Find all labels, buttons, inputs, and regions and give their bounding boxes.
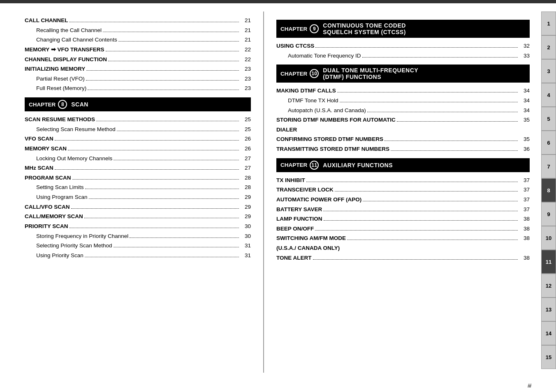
chapter-header: CHAPTER10DUAL TONE MULTI-FREQUENCY (DTMF…: [276, 65, 530, 83]
sidebar-tab[interactable]: 9: [541, 202, 556, 226]
chapter-title: CONTINUOUS TONE CODED SQUELCH SYSTEM (CT…: [323, 22, 406, 35]
toc-row: INITIALIZING MEMORY23: [25, 64, 251, 74]
sidebar-tab[interactable]: 8: [541, 178, 556, 202]
toc-entry-page: 25: [240, 115, 251, 125]
sidebar-tab[interactable]: 4: [541, 83, 556, 107]
dot-leader: [72, 179, 239, 180]
toc-row: TX INHIBIT37: [276, 175, 530, 185]
toc-entry-page: 34: [519, 86, 530, 96]
dot-leader: [70, 22, 239, 22]
sidebar-tab[interactable]: 3: [541, 59, 556, 83]
toc-row: CHANNEL DISPLAY FUNCTION22: [25, 55, 251, 65]
toc-row: CALL CHANNEL21: [25, 16, 251, 25]
sidebar-tab[interactable]: 15: [541, 345, 556, 369]
toc-entry-title: AUTOMATIC POWER OFF (APO): [276, 195, 361, 205]
toc-row: Autopatch (U.S.A. and Canada)34: [276, 106, 530, 115]
sidebar-tab[interactable]: 11: [541, 250, 556, 274]
sidebar-tab[interactable]: 1: [541, 12, 556, 35]
chapter-title: AUXILIARY FUNCTIONS: [323, 162, 393, 168]
toc-entry-title: Automatic Tone Frequency ID: [288, 51, 361, 61]
toc-entry-page: 21: [240, 25, 251, 35]
content-area: CALL CHANNEL21Recalling the Call Channel…: [0, 3, 556, 381]
toc-entry-title: STORING DTMF NUMBERS FOR AUTOMATIC DIALE…: [276, 115, 396, 134]
toc-entry-title: Full Reset (Memory): [36, 83, 86, 93]
toc-entry-title: CALL/VFO SCAN: [25, 202, 70, 212]
toc-entry-title: BATTERY SAVER: [276, 205, 322, 214]
toc-entry-page: 38: [519, 224, 530, 234]
sidebar-tab[interactable]: 14: [541, 321, 556, 345]
chapter-title: DUAL TONE MULTI-FREQUENCY (DTMF) FUNCTIO…: [323, 67, 418, 80]
chapter-label: CHAPTER: [280, 26, 307, 32]
dot-leader: [85, 189, 239, 189]
toc-row: Full Reset (Memory)23: [25, 83, 251, 93]
toc-entry-title: DTMF Tone TX Hold: [288, 96, 338, 106]
dot-leader: [84, 218, 239, 218]
sidebar-tab[interactable]: 7: [541, 154, 556, 178]
dot-leader: [85, 257, 239, 257]
toc-entry-page: 21: [240, 35, 251, 45]
toc-entry-title: TONE ALERT: [276, 253, 312, 263]
toc-row: SCAN RESUME METHODS25: [25, 115, 251, 125]
dot-leader: [114, 160, 239, 160]
dot-leader: [367, 112, 518, 112]
toc-entry-page: 38: [519, 233, 530, 243]
toc-entry-page: 26: [240, 134, 251, 144]
toc-entry-title: TX INHIBIT: [276, 175, 305, 185]
toc-entry-title: PRIORITY SCAN: [25, 221, 68, 231]
dot-leader: [323, 211, 518, 211]
sidebar-tab[interactable]: 10: [541, 226, 556, 250]
dot-leader: [89, 198, 239, 199]
toc-entry-page: 34: [519, 96, 530, 106]
toc-entry-title: Selecting Scan Resume Method: [36, 125, 116, 134]
toc-entry-title: CALL CHANNEL: [25, 16, 68, 25]
toc-row: LAMP FUNCTION38: [276, 214, 530, 224]
chapter-label: CHAPTER: [29, 101, 56, 108]
toc-row: Storing Frequency in Priority Channel30: [25, 231, 251, 241]
dot-leader: [337, 92, 518, 92]
toc-entry-title: Selecting Priority Scan Method: [36, 241, 112, 251]
sidebar-tab[interactable]: 12: [541, 274, 556, 297]
toc-entry-page: 22: [240, 45, 251, 55]
toc-entry-page: 31: [240, 251, 251, 261]
sidebar-tab[interactable]: 6: [541, 131, 556, 154]
sidebar-tab[interactable]: 13: [541, 297, 556, 321]
toc-row: Selecting Priority Scan Method31: [25, 241, 251, 251]
dot-leader: [86, 70, 239, 71]
toc-entry-title: Recalling the Call Channel: [36, 25, 102, 35]
toc-entry-page: 32: [519, 41, 530, 51]
toc-entry-title: CALL/MEMORY SCAN: [25, 212, 83, 221]
toc-entry-page: 27: [240, 163, 251, 173]
sidebar-tab[interactable]: 2: [541, 35, 556, 59]
toc-row: CALL/MEMORY SCAN29: [25, 212, 251, 221]
sidebar-tabs: 123456789101112131415: [541, 12, 556, 373]
toc-row: Setting Scan Limits28: [25, 182, 251, 192]
toc-entry-title: CHANNEL DISPLAY FUNCTION: [25, 55, 107, 65]
dot-leader: [397, 121, 518, 122]
toc-row: CONFIRMING STORED DTMF NUMBERS35: [276, 134, 530, 144]
toc-row: CALL/VFO SCAN29: [25, 202, 251, 212]
toc-entry-page: 28: [240, 182, 251, 192]
dot-leader: [340, 102, 518, 102]
chapter-header: CHAPTER8SCAN: [25, 97, 251, 111]
dot-leader: [313, 259, 518, 260]
toc-row: TRANSCEIVER LOCK37: [276, 185, 530, 195]
left-column: CALL CHANNEL21Recalling the Call Channel…: [0, 12, 263, 373]
dot-leader: [347, 240, 518, 240]
top-bar: [0, 0, 556, 3]
toc-entry-page: 33: [519, 51, 530, 61]
dot-leader: [96, 121, 239, 121]
toc-row: TONE ALERT38: [276, 253, 530, 263]
chapter-number: 8: [58, 100, 67, 109]
toc-entry-page: 38: [519, 253, 530, 263]
toc-entry-title: VFO SCAN: [25, 134, 53, 144]
dot-leader: [324, 220, 518, 221]
dot-leader: [362, 57, 518, 58]
chapter-number: 11: [310, 161, 319, 170]
toc-entry-page: 28: [240, 173, 251, 183]
dot-leader: [108, 61, 239, 61]
toc-row: Using Priority Scan31: [25, 251, 251, 261]
toc-entry-title: Using Priority Scan: [36, 251, 83, 261]
toc-row: MEMORY ➡ VFO TRANSFERS22: [25, 45, 251, 55]
sidebar-tab[interactable]: 5: [541, 107, 556, 131]
toc-entry-page: 35: [519, 115, 530, 125]
